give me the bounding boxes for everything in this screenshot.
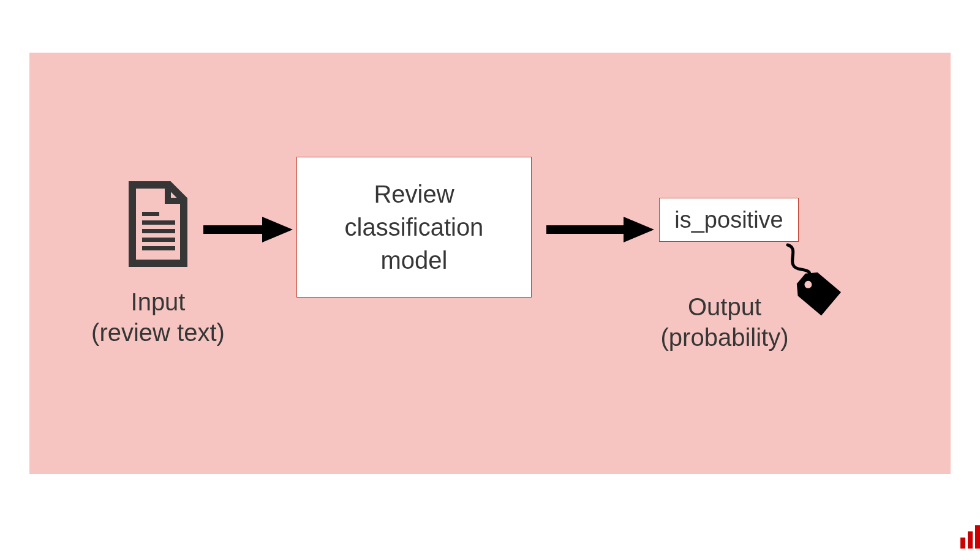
- input-label: Input (review text): [42, 287, 274, 348]
- model-label-line1: Review: [374, 181, 454, 208]
- arrow-right-icon: [544, 214, 654, 247]
- logo-bars-icon: [957, 525, 980, 551]
- output-box: is_positive: [659, 198, 799, 242]
- output-label-line1: Output: [688, 293, 761, 320]
- svg-rect-2: [142, 229, 175, 233]
- svg-marker-8: [624, 217, 654, 242]
- output-label-line2: (probability): [661, 324, 789, 351]
- document-icon: [121, 181, 195, 269]
- model-label-line3: model: [381, 247, 448, 274]
- model-label: Review classification model: [345, 178, 484, 277]
- svg-rect-3: [142, 238, 175, 242]
- svg-rect-12: [975, 525, 980, 549]
- input-label-line2: (review text): [91, 319, 225, 346]
- diagram-canvas: Input (review text) Review classificatio…: [29, 53, 951, 474]
- input-label-line1: Input: [131, 288, 186, 315]
- output-value: is_positive: [674, 207, 783, 233]
- output-label: Output (probability): [617, 291, 832, 353]
- svg-rect-1: [142, 220, 175, 225]
- model-box: Review classification model: [296, 157, 532, 298]
- model-label-line2: classification: [345, 214, 484, 241]
- svg-rect-4: [142, 246, 175, 250]
- svg-rect-10: [960, 538, 965, 549]
- svg-rect-11: [968, 531, 973, 549]
- svg-rect-0: [142, 212, 159, 216]
- arrow-right-icon: [201, 214, 293, 247]
- svg-marker-6: [262, 217, 293, 242]
